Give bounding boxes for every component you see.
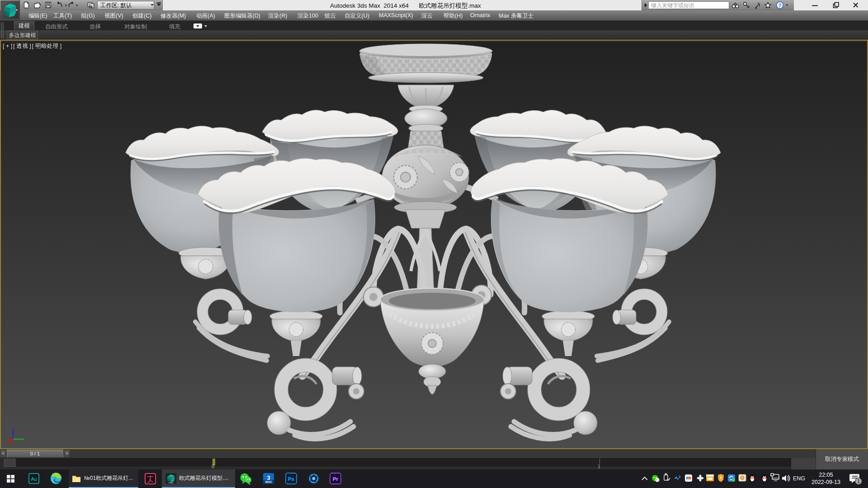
svg-text:MAX: MAX xyxy=(265,480,272,483)
svg-text:Ps: Ps xyxy=(288,476,294,482)
svg-text:Au: Au xyxy=(31,476,37,482)
svg-text:Pr: Pr xyxy=(333,476,339,482)
svg-text:max: max xyxy=(169,481,174,484)
svg-text:1: 1 xyxy=(857,479,860,484)
